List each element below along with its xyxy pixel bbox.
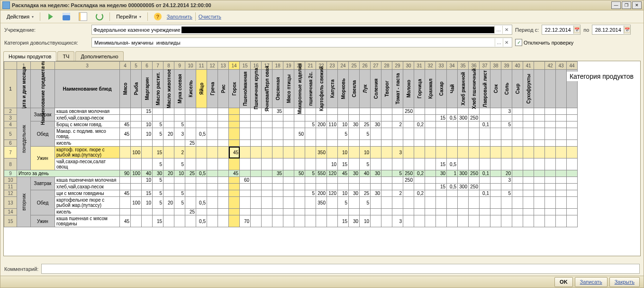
titlebar: Раскладка на неделю: Раскладка на неделю… xyxy=(0,0,644,10)
period-from-field[interactable]: 📅 xyxy=(542,25,581,35)
help-button[interactable]: ? xyxy=(151,11,165,22)
category-field[interactable]: … ✕ xyxy=(91,37,512,47)
actions-menu[interactable]: Действия xyxy=(3,11,37,22)
window-title: Раскладка на неделю: Раскладка на неделю… xyxy=(12,2,611,8)
copy-button[interactable] xyxy=(75,11,91,22)
doc-icon xyxy=(79,12,87,21)
statusbar: OK Записать Закрыть xyxy=(0,276,644,288)
write-button[interactable]: Записать xyxy=(575,277,608,287)
period-to-field[interactable]: 📅 xyxy=(592,25,631,35)
tab-norms[interactable]: Нормы продуктов xyxy=(3,51,56,61)
calendar-icon[interactable]: 📅 xyxy=(624,26,630,34)
redacted-text xyxy=(181,27,494,33)
play-icon xyxy=(46,13,54,20)
clear-icon[interactable]: ✕ xyxy=(503,38,510,46)
period-to-label: по xyxy=(583,27,589,33)
grid-container[interactable]: 1234567891011121314151617181920212223242… xyxy=(3,61,641,256)
minimize-button[interactable]: — xyxy=(611,1,621,9)
calendar-icon[interactable]: 📅 xyxy=(573,26,580,34)
close-button[interactable]: ✕ xyxy=(632,1,642,9)
clear-button[interactable]: Очистить xyxy=(199,14,221,19)
select-icon[interactable]: … xyxy=(494,26,502,34)
refresh-button[interactable] xyxy=(92,11,107,22)
maximize-button[interactable]: ❐ xyxy=(622,1,631,9)
category-label: Категория довольствующихся: xyxy=(4,40,89,46)
disk-icon xyxy=(63,13,70,20)
institution-field[interactable]: Федеральное казенное учреждение … ✕ xyxy=(91,25,512,35)
comment-field[interactable] xyxy=(41,264,640,274)
close-button[interactable]: Закрыть xyxy=(609,277,640,287)
ok-button[interactable]: OK xyxy=(554,277,573,287)
goto-menu[interactable]: Перейти xyxy=(113,11,145,22)
tab-tc[interactable]: ТЧ xyxy=(57,51,74,61)
tab-additional[interactable]: Дополнительно xyxy=(75,51,123,61)
save-button[interactable] xyxy=(59,11,73,22)
toolbar: Действия Перейти ? Заполнить Очистить xyxy=(0,10,644,23)
disable-check-checkbox[interactable]: ✓ Отключить проверку xyxy=(515,39,573,46)
institution-label: Учреждение: xyxy=(4,27,89,33)
checkbox-icon: ✓ xyxy=(515,39,522,46)
select-icon[interactable]: … xyxy=(495,38,502,46)
help-icon: ? xyxy=(154,13,162,20)
category-products-label: Категория продуктов xyxy=(567,72,636,81)
data-grid[interactable]: 1234567891011121314151617181920212223242… xyxy=(4,61,578,227)
clear-icon[interactable]: ✕ xyxy=(502,26,510,34)
period-label: Период с: xyxy=(515,27,539,33)
fill-button[interactable]: Заполнить xyxy=(167,14,192,19)
comment-label: Комментарий: xyxy=(4,266,38,272)
tabstrip: Нормы продуктов ТЧ Дополнительно xyxy=(0,51,644,61)
app-icon xyxy=(2,1,10,9)
refresh-icon xyxy=(96,13,103,20)
post-button[interactable] xyxy=(43,11,57,22)
